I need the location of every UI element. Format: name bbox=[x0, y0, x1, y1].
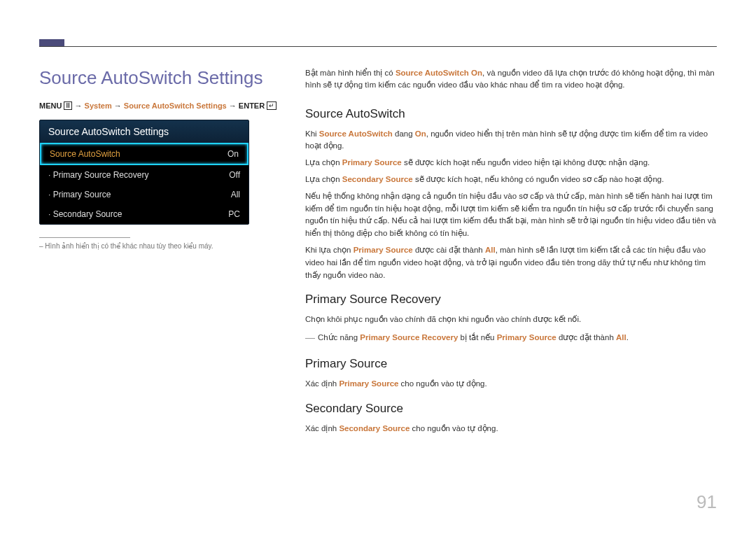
section-text: Nếu hệ thống không nhận dạng cả nguồn tí… bbox=[305, 190, 717, 240]
menu-row-label: Source AutoSwitch bbox=[50, 149, 120, 159]
menu-row-value: All bbox=[231, 190, 240, 199]
menu-row-value: Off bbox=[229, 170, 240, 180]
page-body: Source AutoSwitch Settings MENU Ⅲ → Syst… bbox=[39, 39, 717, 447]
breadcrumb: MENU Ⅲ → System → Source AutoSwitch Sett… bbox=[39, 101, 277, 110]
breadcrumb-enter: ENTER bbox=[239, 101, 265, 110]
section-text: Chọn khôi phục nguồn vào chính đã chọn k… bbox=[305, 314, 717, 326]
image-disclaimer-note: Hình ảnh hiển thị có thể khác nhau tùy t… bbox=[39, 242, 277, 250]
section-title: Primary Source bbox=[305, 357, 717, 371]
section-note: Chức năng Primary Source Recovery bị tắt… bbox=[305, 330, 717, 346]
section-text: Khi Source AutoSwitch đang On, nguồn vid… bbox=[305, 128, 717, 153]
left-column: Source AutoSwitch Settings MENU Ⅲ → Syst… bbox=[39, 67, 277, 447]
section-autoswitch: Source AutoSwitch Khi Source AutoSwitch … bbox=[305, 107, 717, 282]
menu-row-autoswitch[interactable]: Source AutoSwitch On bbox=[40, 143, 248, 165]
header-accent bbox=[39, 39, 64, 46]
breadcrumb-menu: MENU bbox=[39, 101, 62, 110]
section-title: Secondary Source bbox=[305, 402, 717, 416]
breadcrumb-arrow: → bbox=[114, 101, 124, 110]
section-recovery: Primary Source Recovery Chọn khôi phục n… bbox=[305, 293, 717, 346]
intro-paragraph: Bật màn hình hiển thị có Source AutoSwit… bbox=[305, 67, 717, 92]
osd-menu: Source AutoSwitch Settings Source AutoSw… bbox=[39, 120, 249, 225]
section-text: Xác định Secondary Source cho nguồn vào … bbox=[305, 423, 717, 435]
section-text: Khi lựa chọn Primary Source được cài đặt… bbox=[305, 244, 717, 281]
breadcrumb-arrow: → bbox=[75, 101, 85, 110]
page-number: 91 bbox=[696, 491, 717, 513]
right-column: Bật màn hình hiển thị có Source AutoSwit… bbox=[305, 67, 717, 447]
section-primary: Primary Source Xác định Primary Source c… bbox=[305, 357, 717, 391]
breadcrumb-system: System bbox=[85, 101, 112, 110]
menu-row-label: Primary Source bbox=[48, 190, 111, 199]
note-rule bbox=[39, 237, 130, 238]
section-text: Lựa chọn Secondary Source sẽ được kích h… bbox=[305, 174, 717, 186]
header-rule bbox=[39, 46, 717, 47]
menu-row-value: On bbox=[227, 149, 239, 159]
enter-icon: ↵ bbox=[267, 101, 276, 110]
breadcrumb-settings: Source AutoSwitch Settings bbox=[124, 101, 227, 110]
page-title: Source AutoSwitch Settings bbox=[39, 67, 277, 89]
menu-row-primary[interactable]: Primary Source All bbox=[40, 185, 248, 204]
menu-row-label: Primary Source Recovery bbox=[48, 170, 148, 180]
menu-row-value: PC bbox=[228, 209, 240, 219]
menu-row-recovery[interactable]: Primary Source Recovery Off bbox=[40, 165, 248, 185]
section-title: Primary Source Recovery bbox=[305, 293, 717, 307]
section-text: Lựa chọn Primary Source sẽ được kích hoạ… bbox=[305, 157, 717, 169]
section-text: Xác định Primary Source cho nguồn vào tự… bbox=[305, 378, 717, 391]
section-secondary: Secondary Source Xác định Secondary Sour… bbox=[305, 402, 717, 435]
osd-menu-header: Source AutoSwitch Settings bbox=[40, 120, 248, 143]
menu-row-label: Secondary Source bbox=[48, 209, 122, 219]
section-title: Source AutoSwitch bbox=[305, 107, 717, 121]
menu-icon: Ⅲ bbox=[64, 101, 72, 110]
menu-row-secondary[interactable]: Secondary Source PC bbox=[40, 204, 248, 224]
breadcrumb-arrow: → bbox=[229, 101, 239, 110]
